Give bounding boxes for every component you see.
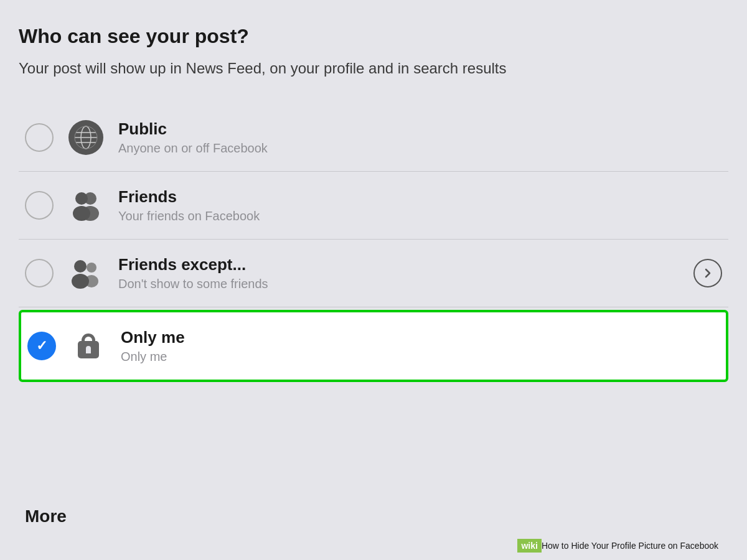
lock-keyhole <box>86 346 91 353</box>
svg-point-9 <box>73 206 90 221</box>
main-container: Who can see your post? Your post will sh… <box>0 0 747 560</box>
page-subtitle: Your post will show up in News Feed, on … <box>19 58 728 79</box>
options-list: Public Anyone on or off Facebook Friends <box>19 104 728 494</box>
radio-friends-except[interactable] <box>25 259 54 287</box>
lock-icon <box>78 334 99 358</box>
chevron-right-icon[interactable] <box>693 259 722 287</box>
svg-point-10 <box>87 263 96 273</box>
svg-point-13 <box>72 274 89 289</box>
page-title: Who can see your post? <box>19 25 728 48</box>
svg-point-12 <box>74 260 87 273</box>
svg-point-8 <box>75 192 88 205</box>
radio-only-me[interactable] <box>27 332 56 360</box>
icon-area-public <box>66 118 106 157</box>
option-text-friends-except: Friends except... Don't show to some fri… <box>118 255 687 291</box>
lock-body <box>78 341 99 358</box>
option-text-only-me: Only me Only me <box>121 328 720 364</box>
option-text-public: Public Anyone on or off Facebook <box>118 119 722 156</box>
option-title-friends: Friends <box>118 187 722 207</box>
option-subtitle-public: Anyone on or off Facebook <box>118 141 722 156</box>
option-title-only-me: Only me <box>121 328 720 347</box>
option-only-me[interactable]: Only me Only me <box>19 310 728 382</box>
radio-friends[interactable] <box>25 191 54 220</box>
option-friends[interactable]: Friends Your friends on Facebook <box>19 172 728 240</box>
more-label[interactable]: More <box>25 506 67 526</box>
option-subtitle-only-me: Only me <box>121 350 720 364</box>
header-section: Who can see your post? Your post will sh… <box>19 25 728 91</box>
radio-public[interactable] <box>25 123 54 152</box>
icon-area-friends <box>66 185 106 225</box>
globe-icon <box>68 120 103 155</box>
icon-area-friends-except <box>66 253 106 293</box>
icon-area-only-me <box>68 326 108 366</box>
footer-bar: wikiHow to Hide Your Profile Picture on … <box>19 533 728 560</box>
footer-page-title: How to Hide Your Profile Picture on Face… <box>542 541 718 551</box>
wiki-badge: wiki <box>517 539 541 553</box>
option-subtitle-friends: Your friends on Facebook <box>118 209 722 223</box>
option-public[interactable]: Public Anyone on or off Facebook <box>19 104 728 172</box>
option-friends-except[interactable]: Friends except... Don't show to some fri… <box>19 240 728 307</box>
option-title-friends-except: Friends except... <box>118 255 687 274</box>
option-subtitle-friends-except: Don't show to some friends <box>118 277 687 291</box>
friends-except-icon <box>68 258 104 289</box>
friends-icon <box>68 190 104 221</box>
option-text-friends: Friends Your friends on Facebook <box>118 187 722 223</box>
option-title-public: Public <box>118 119 722 139</box>
more-section: More <box>19 494 728 533</box>
